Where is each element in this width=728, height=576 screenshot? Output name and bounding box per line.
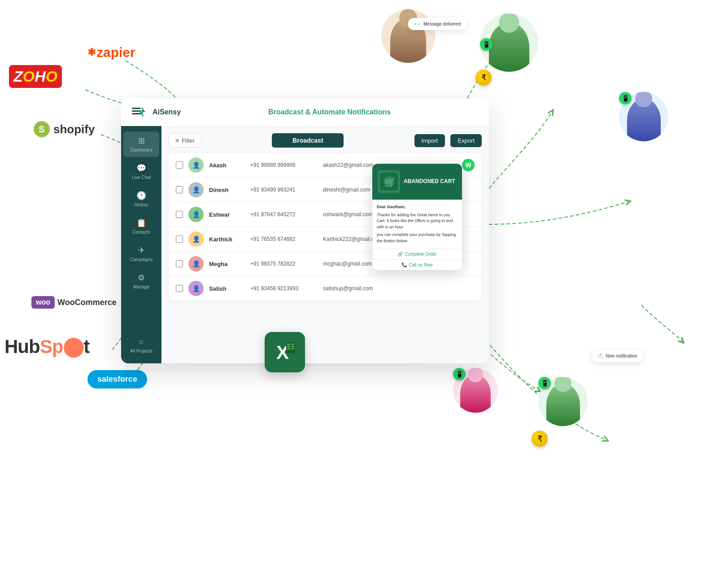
avatar-akash: 👤 bbox=[188, 157, 204, 173]
campaigns-icon: ✈ bbox=[138, 245, 145, 255]
filter-label: Filter bbox=[182, 137, 195, 144]
whatsapp-badge-bottom-1: 📱 bbox=[453, 368, 466, 380]
contact-name-dinesh: Dinesh bbox=[209, 187, 245, 193]
table-row: 👤 Satish +91 93456 9213993 satishup@gmai… bbox=[169, 276, 482, 301]
svg-rect-12 bbox=[287, 346, 290, 347]
salesforce-logo: salesforce bbox=[87, 370, 147, 388]
contact-name-eshwar: Eshwar bbox=[209, 211, 245, 218]
svg-text:🛒: 🛒 bbox=[384, 177, 396, 188]
sidebar-label-history: History bbox=[134, 202, 148, 207]
zapier-logo: ✱ zapier bbox=[87, 45, 135, 60]
message-preview-card: 🛒 ABANDONED CART Dear Gautham, Thanks fo… bbox=[372, 164, 462, 270]
row-checkbox-dinesh[interactable] bbox=[176, 186, 183, 193]
whatsapp-icon-akash[interactable]: W bbox=[462, 159, 475, 171]
preview-image: 🛒 bbox=[378, 170, 400, 193]
contact-phone-karthick: +91 76535 874682 bbox=[250, 236, 318, 242]
contact-phone-megha: +91 98375 782822 bbox=[250, 261, 318, 267]
sidebar-label-manage: Manage bbox=[133, 284, 149, 289]
svg-rect-10 bbox=[287, 344, 290, 345]
whatsapp-badge-right-mid: 📱 bbox=[619, 92, 632, 105]
filter-button[interactable]: ≡ Filter bbox=[169, 133, 201, 148]
broadcast-button[interactable]: Broadcast bbox=[272, 133, 344, 148]
phone-icon: 📞 bbox=[401, 262, 407, 267]
row-checkbox-satish[interactable] bbox=[176, 285, 183, 292]
coin-2: ₹ bbox=[532, 431, 548, 447]
contact-phone-eshwar: +91 87647 645272 bbox=[250, 211, 318, 218]
notif-bubble-right: 📩 New notification bbox=[592, 350, 643, 362]
hubspot-logo: HubSp⬤t bbox=[4, 336, 89, 358]
avatar-dinesh: 👤 bbox=[188, 182, 204, 197]
coin-1: ₹ bbox=[475, 70, 492, 86]
app-header: AiSensy Broadcast & Automate Notificatio… bbox=[121, 99, 489, 126]
row-checkbox-megha[interactable] bbox=[176, 260, 183, 267]
person-top-center bbox=[381, 9, 435, 63]
contact-email-satish: satishup@gmail.com bbox=[323, 285, 475, 292]
excel-icon: X bbox=[265, 332, 305, 372]
export-button[interactable]: Export bbox=[450, 134, 482, 147]
preview-body: Dear Gautham, Thanks for adding the Grea… bbox=[372, 200, 462, 249]
sidebar-label-contacts: Contacts bbox=[132, 230, 150, 235]
contacts-icon: 📋 bbox=[136, 218, 146, 228]
contact-name-megha: Megha bbox=[209, 261, 245, 267]
sidebar-label-livechat: Live Chat bbox=[132, 175, 151, 180]
avatar-satish: 👤 bbox=[188, 281, 204, 296]
manage-icon: ⚙ bbox=[138, 273, 145, 283]
contact-phone-dinesh: +91 93499 993241 bbox=[250, 187, 318, 193]
sidebar-item-allprojects[interactable]: ○ All Projects bbox=[123, 333, 159, 358]
toolbar: ≡ Filter Broadcast Import Export bbox=[169, 133, 482, 148]
sidebar-label-allprojects: All Projects bbox=[130, 349, 153, 353]
avatar-eshwar: 👤 bbox=[188, 207, 204, 222]
preview-header: 🛒 ABANDONED CART bbox=[372, 164, 462, 200]
whatsapp-badge-top: 📱 bbox=[480, 38, 493, 51]
avatar-karthick: 👤 bbox=[188, 231, 204, 247]
aisensy-logo: AiSensy bbox=[132, 106, 181, 118]
svg-rect-0 bbox=[132, 108, 141, 109]
header-title: Broadcast & Automate Notifications bbox=[181, 108, 478, 116]
history-icon: 🕐 bbox=[136, 191, 146, 201]
sidebar-item-livechat[interactable]: 💬 Live Chat bbox=[123, 159, 159, 184]
sidebar-item-dashboard[interactable]: ⊞ Dashboard bbox=[123, 131, 159, 157]
svg-rect-13 bbox=[291, 346, 294, 347]
link-icon: 🔗 bbox=[397, 252, 403, 257]
contact-name-karthick: Karthick bbox=[209, 236, 245, 243]
avatar-megha: 👤 bbox=[188, 256, 204, 271]
cta-call-us[interactable]: 📞 Call us Now bbox=[372, 259, 462, 270]
contact-phone-satish: +91 93456 9213993 bbox=[250, 285, 318, 292]
import-button[interactable]: Import bbox=[414, 134, 445, 147]
sidebar-label-dashboard: Dashboard bbox=[131, 148, 153, 153]
sidebar-item-campaigns[interactable]: ✈ Campaigns bbox=[123, 241, 159, 266]
svg-rect-14 bbox=[287, 348, 290, 349]
row-checkbox-eshwar[interactable] bbox=[176, 211, 183, 218]
livechat-icon: 💬 bbox=[136, 163, 146, 173]
woocommerce-logo: woo WooCommerce bbox=[31, 296, 117, 309]
whatsapp-badge-bottom-2: 📱 bbox=[538, 377, 551, 389]
notif-bubble-top: ✓✓ Message delivered bbox=[408, 18, 466, 30]
sidebar: ⊞ Dashboard 💬 Live Chat 🕐 History 📋 Cont… bbox=[121, 126, 161, 363]
zoho-logo: Z O H O bbox=[9, 65, 62, 88]
sidebar-item-manage[interactable]: ⚙ Manage bbox=[123, 268, 159, 294]
dashboard-icon: ⊞ bbox=[138, 136, 145, 146]
contact-phone-akash: +91 99999 999999 bbox=[250, 162, 318, 168]
allprojects-icon: ○ bbox=[139, 337, 144, 347]
sidebar-item-history[interactable]: 🕐 History bbox=[123, 186, 159, 212]
filter-icon: ≡ bbox=[175, 137, 179, 144]
svg-rect-15 bbox=[291, 348, 294, 349]
contact-name-satish: Satish bbox=[209, 285, 245, 292]
sidebar-label-campaigns: Campaigns bbox=[130, 257, 153, 262]
shopify-logo: S shopify bbox=[34, 121, 95, 137]
preview-title: ABANDONED CART bbox=[404, 178, 455, 185]
svg-rect-2 bbox=[132, 113, 141, 114]
sidebar-item-contacts[interactable]: 📋 Contacts bbox=[123, 214, 159, 239]
cta-complete-order[interactable]: 🔗 Complete Order bbox=[372, 249, 462, 259]
contact-name-akash: Akash bbox=[209, 162, 245, 169]
svg-rect-11 bbox=[291, 344, 294, 345]
row-checkbox-akash[interactable] bbox=[176, 161, 183, 169]
row-checkbox-karthick[interactable] bbox=[176, 236, 183, 243]
